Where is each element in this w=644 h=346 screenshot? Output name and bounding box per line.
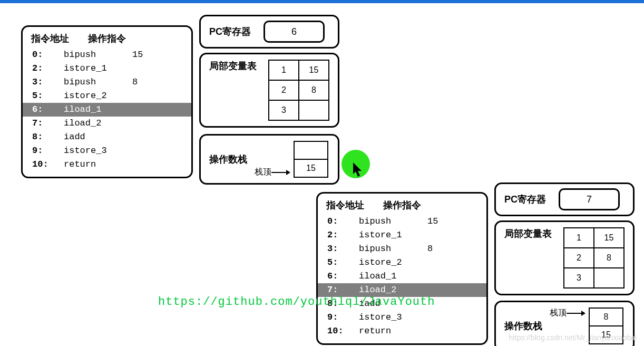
lvt-cell: 8 [299,80,329,100]
instr-addr: 10: [23,158,64,171]
github-url-overlay: https://github.com/youthlql/JavaYouth [158,295,435,309]
instr-addr: 6: [318,270,359,283]
lvt-panel-1: 局部变量表 115283 [199,53,339,128]
instr-addr: 5: [23,89,64,103]
instruction-panel-1: 指令地址 操作指令 0:bipush152:istore_13:bipush85… [21,25,193,178]
instruction-panel-2: 指令地址 操作指令 0:bipush152:istore_13:bipush85… [316,192,488,345]
instr-op: istore_2 [359,256,427,270]
instr-addr: 9: [23,144,64,158]
svg-marker-1 [286,170,290,175]
lvt-cell: 1 [269,60,299,80]
instr-addr: 8: [23,130,64,144]
stack-cell: 15 [294,159,328,177]
pc1-value: 6 [264,21,325,43]
lvt-cell: 8 [594,248,624,268]
instr-addr: 6: [23,103,64,117]
instr-addr: 3: [23,75,64,89]
instr-arg: 8 [132,75,153,89]
lvt-panel-2: 局部变量表 115283 [494,220,635,295]
instr-op: istore_3 [64,144,132,158]
instruction-row: 0:bipush15 [23,48,191,62]
instr-op: bipush [64,48,132,62]
instruction-row: 7:iload_2 [23,117,191,130]
svg-marker-2 [353,162,362,177]
ops1-top-label: 栈顶 [255,167,271,178]
instruction-row: 6:iload_1 [318,270,486,283]
instr1-header-addr: 指令地址 [31,32,69,45]
lvt-cell: 3 [269,100,299,120]
instruction-row: 10:return [318,324,486,338]
instr-addr: 7: [23,117,64,130]
instr-addr: 10: [318,324,359,338]
instr1-rows: 0:bipush152:istore_13:bipush85:istore_26… [23,48,191,177]
pc2-label: PC寄存器 [504,193,546,206]
instr-addr: 5: [318,256,359,270]
instr-addr: 9: [318,311,359,324]
lvt-cell: 15 [594,228,624,248]
instr-op: istore_3 [359,311,427,324]
instr-op: istore_2 [64,89,132,103]
instr-op: istore_1 [64,62,132,75]
instr-op: iload_1 [64,103,132,117]
instr1-header-op: 操作指令 [88,32,126,45]
ops2-top-label: 栈顶 [550,307,567,319]
instruction-row: 2:istore_1 [23,62,191,75]
stack-cell: 8 [589,308,623,326]
instr-op: istore_1 [359,228,427,242]
mouse-cursor-icon [353,162,365,180]
instr-op: bipush [359,242,427,256]
lvt-cell: 2 [564,248,594,268]
instruction-row: 3:bipush8 [318,242,486,256]
svg-marker-4 [581,311,586,316]
pc-register-panel-1: PC寄存器 6 [199,15,339,49]
instr-addr: 0: [23,48,64,62]
instr2-header-op: 操作指令 [383,199,421,212]
lvt-cell: 1 [564,228,594,248]
lvt-cell: 2 [269,80,299,100]
instr-addr: 3: [318,242,359,256]
arrow-right-icon [271,168,290,177]
instr-addr: 2: [23,62,64,75]
instr-op: iload_1 [359,270,427,283]
instruction-row: 5:istore_2 [23,89,191,103]
instruction-row: 6:iload_1 [23,103,191,117]
lvt-cell [299,100,329,120]
instruction-row: 8:iadd [23,130,191,144]
instruction-row: 5:istore_2 [318,256,486,270]
lvt-cell [594,268,624,288]
instruction-row: 2:istore_1 [318,228,486,242]
instr-op: iload_2 [64,117,132,130]
instr-op: bipush [64,75,132,89]
instruction-row: 10:return [23,158,191,171]
top-blue-bar [0,0,644,3]
lvt2-grid: 115283 [563,227,625,289]
lvt-cell: 3 [564,268,594,288]
instruction-row: 3:bipush8 [23,75,191,89]
pc1-label: PC寄存器 [209,25,251,38]
lvt1-grid: 115283 [268,60,329,121]
instr-op: bipush [359,215,427,228]
instr2-rows: 0:bipush152:istore_13:bipush85:istore_26… [318,215,486,343]
lvt-cell: 15 [299,60,329,80]
instruction-row: 0:bipush15 [318,215,486,228]
instr-arg: 15 [427,215,448,228]
instr-op: iadd [64,130,132,144]
instruction-row: 9:istore_3 [318,311,486,324]
pc-register-panel-2: PC寄存器 7 [494,182,635,216]
instr-op: return [64,158,132,171]
instr2-header-addr: 指令地址 [326,199,364,212]
instruction-row: 9:istore_3 [23,144,191,158]
instr-arg: 15 [132,48,153,62]
pc2-value: 7 [559,188,620,210]
instr-addr: 2: [318,228,359,242]
csdn-watermark: https://blog.csdn.net/Mr_tianyanxiaobai [509,333,637,342]
lvt2-label: 局部变量表 [504,227,552,289]
opstack-panel-1: 操作数栈 栈顶 15 [199,134,339,185]
stack-cell [294,141,328,159]
instr-arg: 8 [427,242,448,256]
ops2-label: 操作数栈 [504,320,542,332]
lvt1-label: 局部变量表 [209,60,257,121]
instr-op: return [359,324,427,338]
ops1-label: 操作数栈 [209,153,247,166]
ops1-stack: 15 [294,141,328,178]
